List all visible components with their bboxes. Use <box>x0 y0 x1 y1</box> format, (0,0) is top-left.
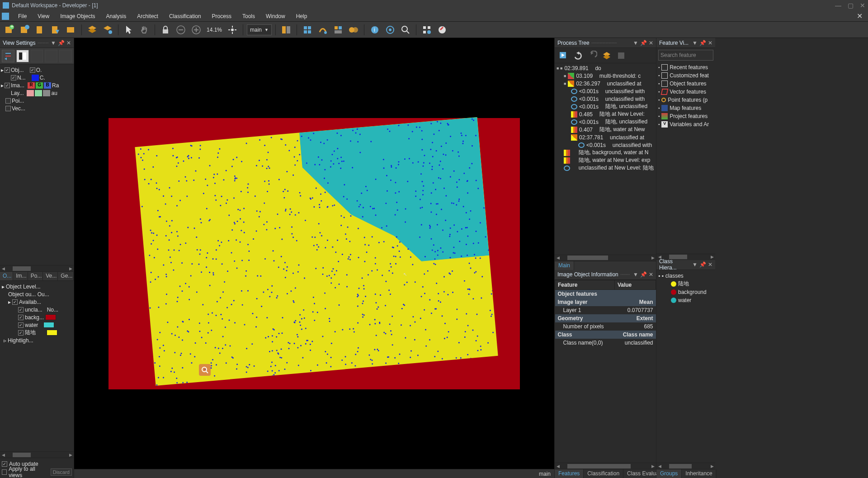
process-tree-item[interactable]: <0.001s unclassified with <box>555 95 656 103</box>
fv-dropdown-icon[interactable]: ▼ <box>692 40 698 46</box>
toggle-transparency-button[interactable] <box>347 23 360 37</box>
menu-process[interactable]: Process <box>208 12 236 20</box>
feature-view-item[interactable]: ▪Vector features <box>656 88 715 96</box>
single-view-button[interactable] <box>16 50 29 62</box>
view-settings-tree[interactable]: ▸✓Obj...✓O. ✓N...C. ▸✓Ima...RGBRa Lay...… <box>0 64 74 265</box>
pt-redo-button[interactable] <box>586 50 598 62</box>
pt-run-button[interactable] <box>557 50 569 62</box>
ch-tab-groups[interactable]: Groups <box>656 469 682 478</box>
process-tree-item[interactable]: 陆地, water at New Level: exp <box>555 156 656 164</box>
menu-image-objects[interactable]: Image Objects <box>56 12 99 20</box>
process-tree-item[interactable]: <0.001s 陆地, unclassified <box>555 118 656 126</box>
four-view-button[interactable] <box>45 50 57 62</box>
process-tree-item[interactable]: <0.001s 陆地, unclassified <box>555 103 656 110</box>
menu-window[interactable]: Window <box>261 12 290 20</box>
layer-mix-button[interactable] <box>101 23 114 37</box>
feature-view-item[interactable]: ▪Point features (p <box>656 96 715 104</box>
ch-dropdown-icon[interactable]: ▼ <box>692 261 698 268</box>
process-tree-item[interactable]: ■ ■02:39.891 do <box>555 64 656 72</box>
new-project-button[interactable] <box>33 23 47 37</box>
menu-architect[interactable]: Architect <box>132 12 163 20</box>
pt-tab-main[interactable]: Main <box>555 261 574 270</box>
feature-search-input[interactable]: Search feature <box>658 50 713 61</box>
sync-view-button[interactable] <box>59 50 72 62</box>
pt-pin-icon[interactable]: 📌 <box>640 40 647 46</box>
fit-view-button[interactable] <box>226 23 239 37</box>
process-tree-item[interactable]: ■02:36.297 unclassified at <box>555 80 656 87</box>
save-project-button[interactable] <box>64 23 78 37</box>
process-tree-item[interactable]: 0.485 陆地 at New Level: <box>555 110 656 118</box>
layers-button[interactable] <box>85 23 99 37</box>
menu-analysis[interactable]: Analysis <box>102 12 131 20</box>
feature-view-item[interactable]: ▪Object features <box>656 80 715 88</box>
ch-hscroll[interactable]: ◀▶ <box>656 463 715 469</box>
discard-button[interactable]: Discard <box>51 469 72 476</box>
class-hierarchy-tree[interactable]: ▪ ▪classes 陆地 background water <box>656 270 715 463</box>
ioi-close-icon[interactable]: ✕ <box>649 271 653 278</box>
layer-select-dropdown[interactable]: main▼ <box>247 24 272 35</box>
object-info-button[interactable]: i <box>368 23 382 37</box>
panel-close-icon[interactable]: ✕ <box>66 40 71 46</box>
process-tree-item[interactable]: 0.407 陆地, water at New <box>555 126 656 133</box>
document-close-icon[interactable]: ✕ <box>857 12 863 20</box>
toggle-class-button[interactable] <box>331 23 345 37</box>
menu-classification[interactable]: Classification <box>165 12 206 20</box>
feature-view-item[interactable]: ▪Project features <box>656 112 715 120</box>
ch-pin-icon[interactable]: 📌 <box>699 261 706 268</box>
menu-file[interactable]: File <box>14 12 31 20</box>
window-maximize-icon[interactable]: ▢ <box>848 2 854 9</box>
feature-view-item[interactable]: ▪Map features <box>656 104 715 112</box>
zoom-out-button[interactable] <box>174 23 188 37</box>
process-tree-item[interactable]: 02:37.781 unclassified at <box>555 133 656 141</box>
toggle-objects-button[interactable] <box>301 23 314 37</box>
ioi-hscroll[interactable]: ◀▶ <box>555 463 656 469</box>
process-tree-item[interactable]: ■03.109 multi-threshold: c <box>555 72 656 80</box>
feature-view-button[interactable] <box>383 23 397 37</box>
new-workspace-button[interactable]: + <box>3 23 16 37</box>
feature-view-item[interactable]: ▪Recent features <box>656 63 715 71</box>
ch-close-icon[interactable]: ✕ <box>708 261 712 268</box>
vs-tab-o[interactable]: O... <box>0 272 13 280</box>
vs-tab-po[interactable]: Po... <box>28 272 43 280</box>
feature-view-item[interactable]: ▪VVariables and Ar <box>656 120 715 128</box>
pt-undo-button[interactable] <box>572 50 584 62</box>
vs-tab-ve[interactable]: Ve... <box>43 272 58 280</box>
open-workspace-button[interactable] <box>18 23 32 37</box>
multi-view-button[interactable] <box>31 50 43 62</box>
fv-pin-icon[interactable]: 📌 <box>699 40 706 46</box>
zoom-in-button[interactable] <box>189 23 203 37</box>
lock-view-button[interactable] <box>159 23 172 37</box>
ioi-dropdown-icon[interactable]: ▼ <box>633 271 638 278</box>
pt-close-icon[interactable]: ✕ <box>649 40 653 46</box>
view-settings-hscroll[interactable]: ◀▶ <box>0 265 74 271</box>
process-tree-item[interactable]: <0.001s unclassified with <box>555 141 656 149</box>
window-close-icon[interactable]: ✕ <box>860 2 865 9</box>
window-minimize-icon[interactable]: — <box>835 2 841 9</box>
vs-tab-im[interactable]: Im... <box>13 272 28 280</box>
menu-view[interactable]: View <box>33 12 54 20</box>
menu-tools[interactable]: Tools <box>238 12 259 20</box>
process-tree-list[interactable]: ■ ■02:39.891 do■03.109 multi-threshold: … <box>555 63 656 255</box>
apply-all-checkbox-label[interactable]: Apply to all views <box>9 466 47 478</box>
ioi-pin-icon[interactable]: 📌 <box>640 271 647 278</box>
vs-tab-ge[interactable]: Ge... <box>58 272 74 280</box>
toggle-fill-button[interactable] <box>316 23 330 37</box>
object-level-tree[interactable]: ▸Object Level... Object ou... Ou... ▸✓Av… <box>0 281 74 451</box>
process-tree-item[interactable]: 陆地, background, water at N <box>555 149 656 156</box>
pan-tool-button[interactable] <box>137 23 151 37</box>
reset-view-button[interactable] <box>2 50 14 62</box>
main-canvas[interactable]: document.write(Array.from({length:900},(… <box>74 38 554 469</box>
panel-pin-icon[interactable]: 📌 <box>58 40 65 46</box>
panel-dropdown-icon[interactable]: ▼ <box>51 40 56 46</box>
ch-tab-inheritance[interactable]: Inheritance <box>682 469 716 478</box>
ioi-tab-features[interactable]: Features <box>555 469 584 478</box>
settings-button[interactable] <box>420 23 434 37</box>
search-button[interactable] <box>399 23 412 37</box>
process-tree-item[interactable]: <0.001s unclassified with <box>555 87 656 95</box>
outline-hscroll[interactable]: ◀▶ <box>0 451 74 458</box>
process-tree-hscroll[interactable]: ◀▶ <box>555 255 656 261</box>
menu-help[interactable]: Help <box>292 12 312 20</box>
cursor-tool-button[interactable] <box>122 23 136 37</box>
feature-view-item[interactable]: ▪Customized feat <box>656 71 715 80</box>
split-horizontal-button[interactable] <box>279 23 293 37</box>
